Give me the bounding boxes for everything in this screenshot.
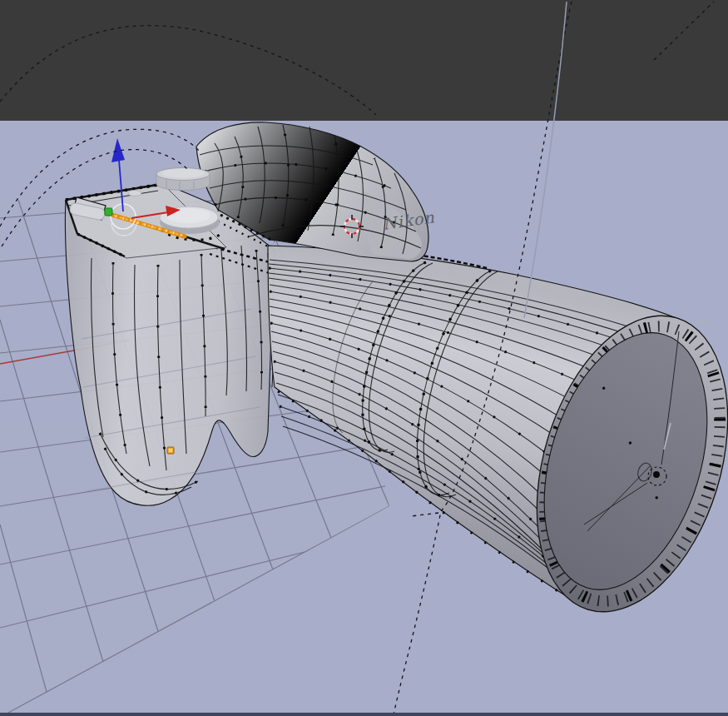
selected-vertex[interactable] [167,447,174,454]
viewport-3d[interactable]: Nikon [0,0,728,716]
viewport-canvas[interactable]: Nikon [0,0,728,716]
header-band [0,0,728,121]
bottom-strip [0,713,728,716]
gizmo-handle-y[interactable] [105,208,112,216]
mode-dial-mesh[interactable] [156,168,210,191]
